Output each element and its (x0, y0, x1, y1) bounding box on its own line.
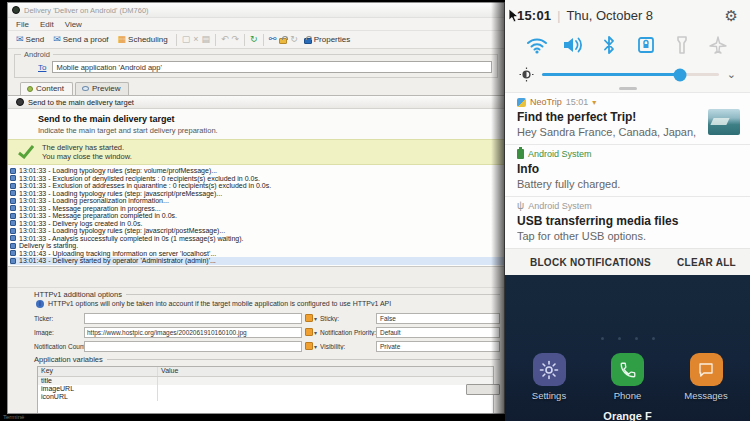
priority-label: Notification Priority: (320, 329, 376, 336)
phone-status-row: 15:01 | Thu, October 8 ⚙ (505, 0, 750, 25)
content-tab-icon (27, 86, 33, 92)
menu-file[interactable]: File (16, 20, 29, 29)
properties-button[interactable]: Properties (301, 34, 353, 45)
log-row-selected[interactable]: 13:01:43 - Delivery started by operator … (10, 257, 504, 265)
log-row[interactable]: 13:01:33 - Exclusion of denylisted recip… (10, 175, 504, 183)
neotrip-app-icon (517, 98, 526, 107)
settings-gear-icon (539, 360, 559, 380)
count-picker[interactable]: ▾ (305, 342, 317, 350)
log-row[interactable]: 13:01:33 - Loading typology rules (step:… (10, 190, 504, 198)
info-icon (10, 175, 16, 181)
notification-battery[interactable]: Android System Info Battery fully charge… (505, 144, 750, 196)
log-row[interactable]: 13:01:33 - Loading typology rules (step:… (10, 167, 504, 175)
volume-icon[interactable] (561, 33, 585, 57)
screenshot-stage: Delivery 'Deliver on Android' (DM760) Fi… (0, 0, 750, 421)
recipient-field[interactable]: Mobile application 'Android app' (52, 61, 492, 73)
log-row[interactable]: 13:01:33 - Message preparation completed… (10, 212, 504, 220)
log-row[interactable]: 13:01:33 - Loading personalization infor… (10, 197, 504, 205)
phone-shadow (491, 0, 505, 421)
app-phone[interactable]: Phone (606, 353, 650, 401)
table-header: Key Value (38, 367, 493, 377)
gear-icon[interactable]: ⚙ (725, 8, 738, 23)
save-icon[interactable]: ▤ (201, 35, 210, 44)
divider: | (557, 9, 560, 23)
brightness-slider[interactable] (542, 73, 719, 76)
log-row[interactable]: 13:01:33 - Exclusion of addresses in qua… (10, 182, 504, 190)
yellow-lock-icon[interactable] (279, 38, 287, 44)
httpv1-legend: HTTPv1 additional options (34, 290, 126, 299)
application-variables-table[interactable]: Key Value title imageURL iconURL (37, 366, 494, 415)
mouse-cursor (508, 8, 519, 23)
trip-thumbnail-image (708, 109, 740, 135)
shade-drag-handle[interactable] (619, 87, 637, 90)
menu-view[interactable]: View (65, 20, 82, 29)
sync-icon[interactable]: ↻ (290, 35, 298, 44)
hierarchy-icon[interactable]: ⚯ (269, 35, 277, 44)
send-proof-button[interactable]: ✉ Send a proof (50, 34, 111, 45)
undo-icon[interactable]: ↶ (221, 35, 229, 44)
expand-chevron-icon[interactable]: ▾ (592, 98, 596, 107)
chevron-down-icon[interactable]: ⌄ (727, 68, 736, 81)
image-input[interactable]: https://www.hostpic.org/images/200206191… (84, 327, 302, 338)
flashlight-icon[interactable] (670, 33, 694, 57)
block-notifications-button[interactable]: BLOCK NOTIFICATIONS (530, 257, 651, 268)
app-settings[interactable]: Settings (527, 353, 571, 401)
ticker-input[interactable] (84, 313, 302, 324)
copy-icon[interactable]: ▢ (182, 35, 191, 44)
log-row[interactable]: 13:01:43 - Uploading tracking informatio… (10, 250, 504, 258)
airplane-icon[interactable] (706, 33, 730, 57)
slider-thumb[interactable] (673, 68, 686, 81)
log-row[interactable]: 13:01:33 - Message preparation in progre… (10, 205, 504, 213)
application-variables-section: Application variables (34, 359, 500, 364)
bluetooth-icon[interactable] (597, 33, 621, 57)
image-picker[interactable]: ▾ (305, 328, 317, 336)
sticky-label: Sticky: (320, 315, 376, 322)
notification-usb[interactable]: ψ Android System USB transferring media … (505, 196, 750, 248)
green-check-icon (18, 145, 34, 159)
clear-all-button[interactable]: CLEAR ALL (677, 257, 736, 268)
delivery-started-banner: The delivery has started. You may close … (8, 139, 504, 165)
visibility-input[interactable]: Private (376, 341, 500, 352)
log-row[interactable]: 13:01:33 - Analysis successfully complet… (10, 235, 504, 243)
log-row[interactable]: 13:01:33 - Loading typology rules (step:… (10, 227, 504, 235)
scheduling-button[interactable]: ▦ Scheduling (115, 34, 171, 45)
recipient-groupbox: Android To Mobile application 'Android a… (14, 54, 498, 78)
table-row[interactable]: imageURL (38, 385, 493, 393)
usb-icon: ψ (517, 201, 524, 211)
value-column-header: Value (158, 367, 181, 376)
priority-input[interactable]: Default (376, 327, 500, 338)
notification-count-input[interactable] (84, 341, 302, 352)
log-row[interactable]: 13:01:33 - Delivery logs created in 0.0s… (10, 220, 504, 228)
refresh-icon[interactable]: ↻ (250, 35, 258, 44)
app-label: Settings (532, 390, 566, 401)
notification-body: Hey Sandra France, Canada, Japan, Hawaii… (517, 126, 697, 138)
banner-line1: The delivery has started. (42, 143, 132, 152)
wifi-icon[interactable] (525, 33, 549, 57)
ticker-picker[interactable]: ▾ (305, 314, 317, 322)
info-icon (10, 183, 16, 189)
image-label: Image: (34, 329, 84, 336)
send-envelope-icon: ✉ (16, 35, 24, 44)
sticky-input[interactable]: False (376, 313, 500, 324)
rotation-lock-icon[interactable] (634, 33, 658, 57)
redo-icon[interactable]: ↷ (232, 35, 240, 44)
notification-neotrip[interactable]: NeoTrip 15:01 ▾ Find the perfect Trip! H… (505, 92, 750, 144)
delivery-window: Delivery 'Deliver on Android' (DM760) Fi… (7, 2, 505, 414)
info-icon (10, 213, 16, 219)
wizard-step-icon (16, 98, 24, 106)
table-row[interactable]: title (38, 377, 493, 385)
log-row[interactable]: Delivery is starting. (10, 242, 504, 250)
wizard-subheading: Indicate the main target and start deliv… (38, 126, 504, 135)
table-row[interactable]: iconURL (38, 393, 493, 401)
send-proof-label: Send a proof (63, 35, 109, 44)
send-button[interactable]: ✉ Send (13, 34, 47, 45)
info-icon (10, 250, 16, 256)
picker-icon (305, 328, 313, 336)
menu-edit[interactable]: Edit (40, 20, 54, 29)
tab-preview[interactable]: Preview (75, 82, 129, 95)
app-messages[interactable]: Messages (684, 353, 728, 401)
to-link[interactable]: To (38, 63, 46, 72)
tab-content[interactable]: Content (20, 82, 73, 95)
info-icon (10, 228, 16, 234)
cut-icon[interactable]: × (193, 35, 198, 44)
